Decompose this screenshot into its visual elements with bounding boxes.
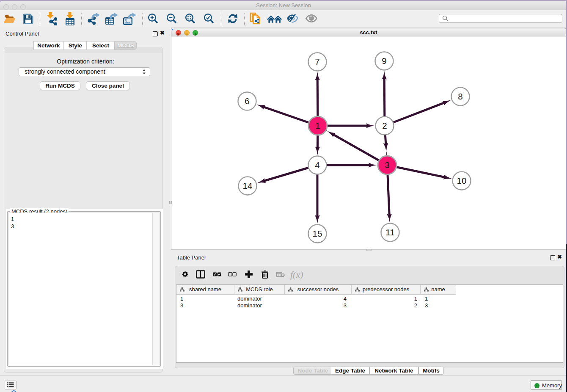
svg-text:11: 11 xyxy=(385,227,394,237)
svg-text:14: 14 xyxy=(243,181,253,190)
svg-text:3: 3 xyxy=(385,160,389,170)
svg-text:4: 4 xyxy=(315,160,319,170)
svg-text:6: 6 xyxy=(245,96,249,106)
svg-text:8: 8 xyxy=(458,91,462,101)
svg-text:9: 9 xyxy=(382,56,386,66)
svg-text:10: 10 xyxy=(457,176,467,185)
svg-text:1: 1 xyxy=(315,121,320,130)
svg-text:7: 7 xyxy=(315,57,319,66)
svg-text:2: 2 xyxy=(382,121,387,130)
svg-text:15: 15 xyxy=(313,229,322,238)
